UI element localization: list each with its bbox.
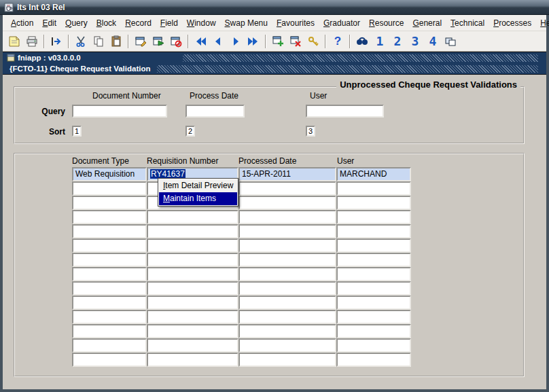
print-button[interactable] (23, 33, 41, 50)
grid-cell-r11-c4[interactable] (336, 310, 411, 324)
lock-record-button[interactable] (304, 33, 322, 50)
menu-window[interactable]: Window (183, 16, 220, 30)
grid-cell-r1-c4[interactable]: MARCHAND (336, 167, 411, 181)
grid-cell-r13-c2[interactable] (147, 338, 238, 353)
grid-cell-r2-c4[interactable] (336, 181, 411, 196)
grid-cell-r10-c4[interactable] (336, 296, 411, 310)
form-3-button[interactable]: 3 (406, 33, 424, 50)
user-input[interactable] (306, 105, 384, 118)
grid-cell-r7-c1[interactable] (72, 253, 147, 267)
grid-cell-r10-c2[interactable] (147, 296, 238, 310)
previous-record-button[interactable] (209, 33, 227, 50)
grid-cell-r5-c4[interactable] (336, 224, 411, 238)
grid-cell-r4-c1[interactable] (72, 210, 147, 224)
grid-cell-r11-c3[interactable] (238, 310, 336, 324)
browse-button[interactable] (353, 33, 371, 50)
cut-button[interactable] (72, 33, 90, 50)
grid-cell-r14-c3[interactable] (238, 353, 336, 367)
cancel-query-button[interactable] (167, 33, 185, 50)
grid-cell-r2-c3[interactable] (238, 181, 336, 196)
grid-cell-r5-c3[interactable] (238, 224, 336, 238)
menu-general[interactable]: General (408, 16, 446, 30)
grid-cell-r5-c1[interactable] (72, 224, 147, 238)
last-record-button[interactable] (245, 33, 262, 50)
grid-cell-r6-c2[interactable] (147, 238, 238, 253)
sort-2-input[interactable] (185, 126, 195, 137)
grid-cell-r2-c1[interactable] (72, 181, 147, 196)
grid-cell-r13-c3[interactable] (238, 338, 336, 353)
note-button[interactable] (5, 33, 23, 50)
grid-cell-r9-c2[interactable] (147, 281, 238, 296)
grid-cell-r8-c4[interactable] (336, 267, 411, 281)
grid-cell-r3-c3[interactable] (238, 196, 336, 210)
execute-query-button[interactable] (149, 33, 167, 50)
document-number-input[interactable] (72, 105, 167, 118)
menu-swap-menu[interactable]: Swap Menu (221, 16, 272, 30)
grid-cell-r3-c1[interactable] (72, 196, 147, 210)
grid-cell-r9-c1[interactable] (72, 281, 147, 296)
grid-cell-r3-c4[interactable] (336, 196, 411, 210)
form-1-button[interactable]: 1 (371, 33, 389, 50)
grid-cell-r6-c3[interactable] (238, 238, 336, 253)
menu-technical[interactable]: Technical (446, 16, 489, 30)
grid-cell-r4-c4[interactable] (336, 210, 411, 224)
first-record-button[interactable] (192, 33, 209, 50)
grid-cell-r7-c4[interactable] (336, 253, 411, 267)
grid-cell-r8-c3[interactable] (238, 267, 336, 281)
grid-cell-r1-c3[interactable]: 15-APR-2011 (238, 167, 336, 181)
grid-cell-r12-c4[interactable] (336, 324, 411, 338)
context-menu-maintain-items[interactable]: Maintain Items (159, 192, 237, 205)
menu-record[interactable]: Record (121, 16, 156, 30)
grid-cell-r11-c2[interactable] (147, 310, 238, 324)
grid-cell-r1-c1[interactable]: Web Requisition (72, 167, 147, 181)
grid-cell-r9-c4[interactable] (336, 281, 411, 296)
menu-query[interactable]: Query (61, 16, 92, 30)
context-menu-item-detail-preview[interactable]: Item Detail Preview (159, 179, 237, 192)
grid-cell-r8-c2[interactable] (147, 267, 238, 281)
grid-cell-r8-c1[interactable] (72, 267, 147, 281)
form-4-button[interactable]: 4 (424, 33, 442, 50)
help-button[interactable]: ? (329, 33, 347, 50)
delete-record-button[interactable] (287, 33, 304, 50)
grid-cell-r13-c4[interactable] (336, 338, 411, 353)
menu-block[interactable]: Block (92, 16, 120, 30)
menu-favourites[interactable]: Favourites (272, 16, 319, 30)
grid-cell-r9-c3[interactable] (238, 281, 336, 296)
grid-cell-r10-c3[interactable] (238, 296, 336, 310)
copy-button[interactable] (90, 33, 107, 50)
swap-forms-button[interactable] (442, 33, 459, 50)
menu-graduator[interactable]: Graduator (319, 16, 364, 30)
next-record-button[interactable] (227, 33, 245, 50)
navigate-button[interactable] (48, 33, 65, 50)
process-date-input[interactable] (185, 105, 245, 118)
enter-query-button[interactable] (132, 33, 149, 50)
grid-cell-r14-c2[interactable] (147, 353, 238, 367)
grid-cell-r10-c1[interactable] (72, 296, 147, 310)
grid-cell-r12-c1[interactable] (72, 324, 147, 338)
sort-3-input[interactable] (306, 126, 315, 137)
grid-cell-r6-c4[interactable] (336, 238, 411, 253)
grid-cell-r14-c1[interactable] (72, 353, 147, 367)
insert-record-button[interactable] (269, 33, 287, 50)
grid-cell-r4-c3[interactable] (238, 210, 336, 224)
grid-cell-r14-c4[interactable] (336, 353, 411, 367)
sort-1-input[interactable] (72, 126, 82, 137)
grid-cell-r6-c1[interactable] (72, 238, 147, 253)
grid-cell-r12-c3[interactable] (238, 324, 336, 338)
menu-action[interactable]: Action (7, 16, 37, 30)
grid-cell-r4-c2[interactable] (147, 210, 238, 224)
grid-cell-r13-c1[interactable] (72, 338, 147, 353)
menu-processes[interactable]: Processes (489, 16, 535, 30)
grid-cell-r7-c2[interactable] (147, 253, 238, 267)
grid-cell-r7-c3[interactable] (238, 253, 336, 267)
paste-button[interactable] (107, 33, 125, 50)
grid-cell-r5-c2[interactable] (147, 224, 238, 238)
menu-resource[interactable]: Resource (365, 16, 408, 30)
grid-cell-r11-c1[interactable] (72, 310, 147, 324)
menu-field[interactable]: Field (156, 16, 182, 30)
form-2-button[interactable]: 2 (389, 33, 406, 50)
window-titlebar[interactable]: Its Int 03 Rel (0, 0, 549, 15)
menu-edit[interactable]: Edit (38, 16, 60, 30)
menu-help[interactable]: Help (536, 16, 549, 30)
grid-cell-r12-c2[interactable] (147, 324, 238, 338)
